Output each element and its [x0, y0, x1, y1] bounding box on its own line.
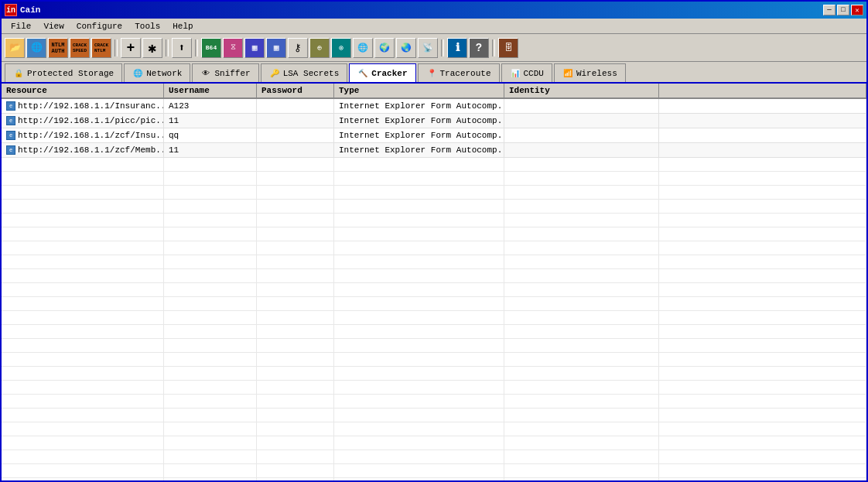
menu-file[interactable]: File	[5, 20, 37, 32]
row-icon-2: e	[6, 131, 15, 140]
title-bar-buttons: ─ □ ✕	[823, 5, 863, 15]
empty-row	[2, 283, 866, 297]
toolbar-globe2-button[interactable]: 🌐	[353, 38, 373, 58]
cell-extra-3	[659, 143, 866, 157]
cell-identity-0	[504, 99, 659, 113]
toolbar-network-button[interactable]: 🌐	[26, 38, 46, 58]
sniffer-icon: 👁	[200, 68, 211, 79]
empty-row	[2, 353, 866, 367]
cell-password-3	[257, 143, 334, 157]
toolbar-crack-speed-button[interactable]: CRACKSPEED	[70, 38, 90, 58]
empty-row	[2, 172, 866, 186]
cell-username-1: 11	[164, 114, 257, 128]
toolbar-hash2-button[interactable]: ⊕	[309, 38, 330, 58]
cell-password-2	[257, 128, 334, 142]
traceroute-icon: 📍	[426, 68, 437, 79]
toolbar-sep-2	[166, 39, 169, 56]
toolbar-db-button[interactable]: 🗄	[498, 38, 518, 58]
toolbar-globe4-button[interactable]: 🌏	[396, 38, 416, 58]
col-identity: Identity	[504, 84, 659, 98]
toolbar-crack-ntlm-button[interactable]: CRACKNTLM	[91, 38, 111, 58]
cell-identity-2	[504, 128, 659, 142]
table-row[interactable]: e http://192.168.1.1/zcf/Insu... qq Inte…	[2, 128, 866, 143]
toolbar-hash1-button[interactable]: ⧖	[223, 38, 243, 58]
toolbar-add-button[interactable]: +	[121, 38, 141, 58]
cell-username-0: A123	[164, 99, 257, 113]
wireless-icon: 📶	[562, 68, 573, 79]
toolbar-sep-1	[114, 39, 118, 56]
cell-resource-0: e http://192.168.1.1/Insuranc...	[2, 99, 164, 113]
tabs-bar: 🔒 Protected Storage 🌐 Network 👁 Sniffer …	[2, 62, 866, 84]
toolbar-remove-button[interactable]: ✱	[142, 38, 162, 58]
menu-view[interactable]: View	[37, 20, 70, 32]
empty-row	[2, 325, 866, 339]
empty-row	[2, 436, 866, 450]
empty-row	[2, 241, 866, 255]
tab-lsa-secrets[interactable]: 🔑 LSA Secrets	[261, 63, 348, 82]
tab-cracker[interactable]: 🔨 Cracker	[349, 63, 415, 82]
network-icon: 🌐	[132, 68, 143, 79]
menu-tools[interactable]: Tools	[128, 20, 166, 32]
maximize-button[interactable]: □	[837, 5, 849, 15]
protected-storage-icon: 🔒	[13, 68, 24, 79]
empty-row	[2, 227, 866, 241]
tab-network[interactable]: 🌐 Network	[124, 63, 190, 82]
row-icon-3: e	[6, 145, 15, 155]
toolbar-b64-button[interactable]: B64	[201, 38, 221, 58]
row-icon-0: e	[6, 101, 15, 111]
toolbar-open-button[interactable]: 📂	[5, 38, 25, 58]
close-button[interactable]: ✕	[851, 5, 863, 15]
empty-row	[2, 367, 866, 381]
content-area: Resource Username Password Type Identity…	[2, 84, 866, 480]
row-icon-1: e	[6, 116, 15, 125]
tab-traceroute[interactable]: 📍 Traceroute	[418, 63, 500, 82]
tab-protected-storage[interactable]: 🔒 Protected Storage	[5, 63, 122, 82]
main-window: ín Caín ─ □ ✕ File View Configure Tools …	[0, 0, 868, 482]
empty-row	[2, 311, 866, 325]
menu-configure[interactable]: Configure	[70, 20, 128, 32]
menu-help[interactable]: Help	[166, 20, 199, 32]
col-resource: Resource	[2, 84, 164, 98]
cell-type-0: Internet Explorer Form Autocomp...	[334, 99, 504, 113]
toolbar-sep-3	[195, 39, 198, 56]
tab-sniffer[interactable]: 👁 Sniffer	[192, 63, 258, 82]
toolbar: 📂 🌐 NTLMAUTH CRACKSPEED CRACKNTLM + ✱ ⬆ …	[2, 34, 866, 62]
window-title: Caín	[20, 5, 40, 15]
toolbar-key-button[interactable]: ⚷	[288, 38, 308, 58]
empty-row	[2, 297, 866, 311]
lsa-icon: 🔑	[269, 68, 280, 79]
col-extra	[659, 84, 866, 98]
empty-row	[2, 200, 866, 214]
table-row[interactable]: e http://192.168.1.1/picc/pic... 11 Inte…	[2, 114, 866, 128]
cell-type-1: Internet Explorer Form Autocomp...	[334, 114, 504, 128]
toolbar-bar2-button[interactable]: ▦	[266, 38, 286, 58]
toolbar-ntlm-button[interactable]: NTLMAUTH	[48, 38, 68, 58]
empty-row	[2, 158, 866, 172]
toolbar-bar1-button[interactable]: ▦	[244, 38, 265, 58]
table-row[interactable]: e http://192.168.1.1/Insuranc... A123 In…	[2, 99, 866, 114]
col-password: Password	[257, 84, 334, 98]
cell-extra-0	[659, 99, 866, 113]
cell-extra-2	[659, 128, 866, 142]
empty-row	[2, 395, 866, 409]
cell-username-3: 11	[164, 143, 257, 157]
minimize-button[interactable]: ─	[823, 5, 836, 15]
tab-ccdu[interactable]: 📊 CCDU	[501, 63, 552, 82]
empty-row	[2, 381, 866, 395]
table-row[interactable]: e http://192.168.1.1/zcf/Memb... 11 Inte…	[2, 143, 866, 158]
toolbar-help-button[interactable]: ?	[469, 38, 489, 58]
toolbar-globe3-button[interactable]: 🌍	[374, 38, 395, 58]
toolbar-wifi-button[interactable]: 📡	[418, 38, 438, 58]
empty-row	[2, 422, 866, 436]
cell-password-1	[257, 114, 334, 128]
empty-row	[2, 450, 866, 464]
app-icon: ín	[5, 4, 17, 16]
tab-wireless[interactable]: 📶 Wireless	[554, 63, 626, 82]
empty-row	[2, 478, 866, 480]
toolbar-info-button[interactable]: ℹ	[447, 38, 467, 58]
cell-resource-1: e http://192.168.1.1/picc/pic...	[2, 114, 164, 128]
toolbar-import-button[interactable]: ⬆	[172, 38, 192, 58]
toolbar-hash3-button[interactable]: ⊗	[331, 38, 351, 58]
cracker-icon: 🔨	[357, 68, 368, 79]
empty-row	[2, 214, 866, 227]
